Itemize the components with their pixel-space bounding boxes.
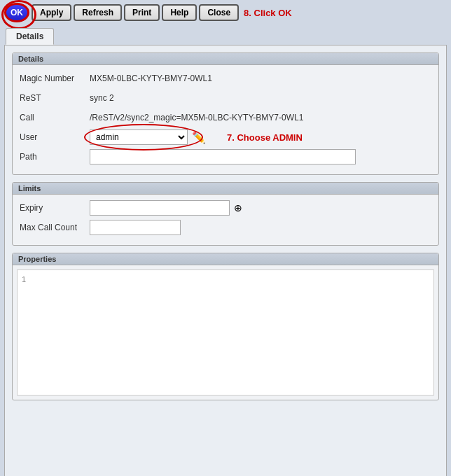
line-number-1: 1 xyxy=(22,275,26,284)
limits-section-header: Limits xyxy=(13,183,438,195)
path-label: Path xyxy=(20,152,90,162)
expiry-row: Expiry ⊕ xyxy=(20,200,431,216)
magic-number-row: Magic Number MX5M-0LBC-KYTY-BMY7-0WL1 xyxy=(20,71,431,86)
click-ok-instruction: 8. Click OK xyxy=(244,8,292,18)
path-input[interactable] xyxy=(90,149,356,164)
path-row: Path xyxy=(20,149,431,164)
call-row: Call /ReST/v2/sync2_magic=MX5M-0LBC-KYTY… xyxy=(20,110,431,125)
max-call-count-wrapper xyxy=(90,220,181,235)
choose-admin-instruction: 7. Choose ADMIN xyxy=(227,132,303,143)
details-section-header: Details xyxy=(13,53,438,65)
max-call-count-row: Max Call Count xyxy=(20,220,431,235)
expiry-input[interactable] xyxy=(90,200,230,216)
print-button[interactable]: Print xyxy=(124,4,160,21)
max-call-count-input[interactable] xyxy=(90,220,181,235)
user-row: User admin guest user1 ✏️ 7. Choose ADMI… xyxy=(20,130,431,145)
limits-section-body: Expiry ⊕ Max Call Count xyxy=(13,195,438,245)
toolbar: OK Apply Refresh Print Help Close 8. Cli… xyxy=(0,0,451,25)
rest-value: sync 2 xyxy=(90,93,114,103)
rest-row: ReST sync 2 xyxy=(20,90,431,106)
close-button[interactable]: Close xyxy=(199,4,239,21)
call-value: /ReST/v2/sync2_magic=MX5M-0LBC-KYTY-BMY7… xyxy=(90,113,303,122)
limits-section: Limits Expiry ⊕ Max Call Count xyxy=(12,182,439,246)
content-area: Details Magic Number MX5M-0LBC-KYTY-BMY7… xyxy=(4,45,447,476)
user-select-wrapper: admin guest user1 ✏️ 7. Choose ADMIN xyxy=(90,130,303,145)
user-edit-icon[interactable]: ✏️ xyxy=(192,131,206,144)
details-section-body: Magic Number MX5M-0LBC-KYTY-BMY7-0WL1 Re… xyxy=(13,65,438,174)
details-section: Details Magic Number MX5M-0LBC-KYTY-BMY7… xyxy=(12,52,439,175)
user-select[interactable]: admin guest user1 xyxy=(90,130,188,145)
tabs-bar: Details xyxy=(0,25,451,45)
tab-details[interactable]: Details xyxy=(6,28,54,45)
user-label: User xyxy=(20,132,90,142)
expiry-label: Expiry xyxy=(20,203,90,213)
refresh-button[interactable]: Refresh xyxy=(74,4,122,21)
magic-number-value: MX5M-0LBC-KYTY-BMY7-0WL1 xyxy=(90,74,212,83)
ok-button-wrapper: OK xyxy=(4,3,29,22)
call-label: Call xyxy=(20,113,90,122)
properties-section: Properties 1 xyxy=(12,253,439,400)
max-call-count-label: Max Call Count xyxy=(20,223,90,232)
properties-section-header: Properties xyxy=(13,253,438,265)
properties-body: 1 xyxy=(17,270,434,396)
ok-button[interactable]: OK xyxy=(4,3,29,22)
apply-button[interactable]: Apply xyxy=(32,4,71,21)
magic-number-label: Magic Number xyxy=(20,74,90,83)
calendar-icon[interactable]: ⊕ xyxy=(234,202,242,214)
help-button[interactable]: Help xyxy=(162,4,197,21)
rest-label: ReST xyxy=(20,93,90,103)
